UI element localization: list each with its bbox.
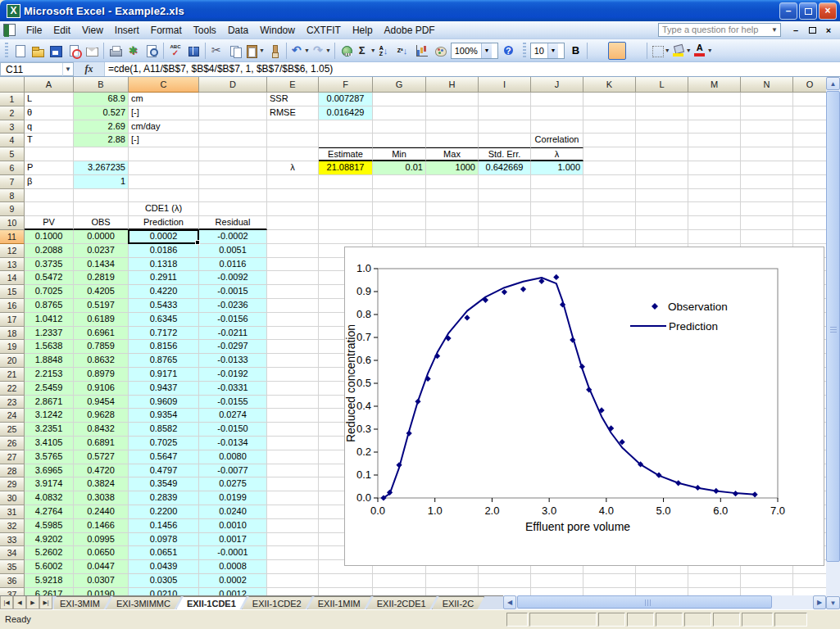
cell-G3[interactable] bbox=[373, 120, 426, 134]
cell-A12[interactable]: 0.2088 bbox=[25, 244, 74, 258]
cell-C6[interactable] bbox=[129, 161, 199, 175]
cell-J2[interactable] bbox=[531, 106, 583, 120]
next-sheet-button[interactable]: ▶ bbox=[26, 596, 39, 609]
cell-I8[interactable] bbox=[479, 189, 531, 203]
sort-desc-button[interactable] bbox=[395, 42, 413, 60]
cell-E21[interactable] bbox=[267, 368, 319, 382]
cell-A28[interactable]: 3.6965 bbox=[25, 464, 74, 478]
cell-B6[interactable]: 3.267235 bbox=[74, 161, 129, 175]
cell-B3[interactable]: 2.69 bbox=[74, 120, 129, 134]
autosum-button[interactable]: ▼ bbox=[356, 42, 377, 60]
cell-C19[interactable]: 0.8156 bbox=[129, 340, 199, 354]
cell-A16[interactable]: 0.8765 bbox=[25, 299, 74, 313]
cell-E29[interactable] bbox=[267, 477, 319, 491]
cell-A37[interactable]: 6.2617 bbox=[25, 588, 74, 595]
cell-J1[interactable] bbox=[531, 93, 583, 106]
cell-C9[interactable]: CDE1 (λ) bbox=[129, 202, 199, 216]
cell-J8[interactable] bbox=[531, 189, 583, 203]
cell-C25[interactable]: 0.8582 bbox=[129, 423, 199, 437]
cell-A5[interactable] bbox=[25, 147, 74, 161]
cell-O9[interactable] bbox=[793, 202, 826, 216]
formula-input[interactable]: =cde(1, A11/$B$7, $B$4/$B$7, 1, $B$7/$B$… bbox=[105, 62, 840, 76]
window-minimize-button[interactable]: – bbox=[779, 2, 797, 20]
cell-A22[interactable]: 2.5459 bbox=[25, 382, 74, 396]
chevron-down-icon[interactable]: ▼ bbox=[62, 63, 73, 76]
cell-E3[interactable] bbox=[267, 120, 319, 134]
menu-tools[interactable]: Tools bbox=[188, 22, 222, 38]
window-restore-button[interactable] bbox=[799, 2, 817, 20]
cell-C2[interactable]: [-] bbox=[129, 106, 199, 120]
sheet-tab-exii-2c[interactable]: EXII-2C bbox=[432, 596, 485, 609]
row-header-6[interactable]: 6 bbox=[0, 161, 25, 175]
cell-H8[interactable] bbox=[426, 189, 479, 203]
cell-K37[interactable] bbox=[583, 588, 636, 595]
cell-N11[interactable] bbox=[741, 230, 793, 244]
cell-K6[interactable] bbox=[583, 161, 636, 175]
cell-F8[interactable] bbox=[319, 189, 373, 203]
cell-A31[interactable]: 4.2764 bbox=[25, 505, 74, 519]
scroll-up-button[interactable]: ▲ bbox=[826, 77, 840, 90]
cell-M37[interactable] bbox=[688, 588, 741, 595]
menu-window[interactable]: Window bbox=[254, 22, 301, 38]
cell-C22[interactable]: 0.9437 bbox=[129, 382, 199, 396]
cell-C26[interactable]: 0.7025 bbox=[129, 437, 199, 450]
cell-C16[interactable]: 0.5433 bbox=[129, 299, 199, 313]
cell-K4[interactable] bbox=[583, 133, 636, 147]
redo-button[interactable]: ▼ bbox=[311, 42, 332, 60]
row-header-11[interactable]: 11 bbox=[0, 230, 25, 244]
cell-C32[interactable]: 0.1456 bbox=[129, 519, 199, 533]
cell-I10[interactable] bbox=[479, 216, 531, 230]
menu-file[interactable]: File bbox=[20, 22, 48, 38]
cell-D1[interactable] bbox=[199, 93, 267, 106]
cell-M7[interactable] bbox=[688, 175, 741, 189]
cell-B34[interactable]: 0.0650 bbox=[74, 546, 129, 560]
row-header-24[interactable]: 24 bbox=[0, 409, 25, 423]
cell-C20[interactable]: 0.8765 bbox=[129, 354, 199, 368]
menu-data[interactable]: Data bbox=[222, 22, 254, 38]
row-header-36[interactable]: 36 bbox=[0, 574, 25, 588]
cell-K9[interactable] bbox=[583, 202, 636, 216]
cell-B11[interactable]: 0.0000 bbox=[74, 230, 129, 244]
cell-B2[interactable]: 0.527 bbox=[74, 106, 129, 120]
cell-B13[interactable]: 0.1434 bbox=[74, 258, 129, 272]
cell-K2[interactable] bbox=[583, 106, 636, 120]
align-center-button[interactable] bbox=[608, 42, 626, 60]
cell-D30[interactable]: 0.0199 bbox=[199, 491, 267, 505]
permission-button[interactable] bbox=[65, 42, 83, 60]
cell-C7[interactable] bbox=[129, 175, 199, 189]
cell-C4[interactable]: [-] bbox=[129, 133, 199, 147]
cell-I36[interactable] bbox=[479, 574, 531, 588]
cell-C3[interactable]: cm/day bbox=[129, 120, 199, 134]
cell-A3[interactable]: q bbox=[25, 120, 74, 134]
cell-C23[interactable]: 0.9609 bbox=[129, 396, 199, 410]
menu-format[interactable]: Format bbox=[145, 22, 188, 38]
cell-D26[interactable]: -0.0134 bbox=[199, 437, 267, 450]
cell-B33[interactable]: 0.0995 bbox=[74, 533, 129, 547]
cell-E33[interactable] bbox=[267, 533, 319, 547]
cell-C1[interactable]: cm bbox=[129, 93, 199, 106]
format-painter-button[interactable] bbox=[266, 42, 284, 60]
sheet-tab-exii-1mim[interactable]: EXII-1MIM bbox=[307, 596, 371, 609]
select-all-corner[interactable] bbox=[0, 77, 25, 93]
cell-F10[interactable] bbox=[319, 216, 373, 230]
cell-A21[interactable]: 2.2153 bbox=[25, 368, 74, 382]
sheet-tab-exi-3mim[interactable]: EXI-3MIM bbox=[54, 596, 111, 609]
cell-A35[interactable]: 5.6002 bbox=[25, 560, 74, 574]
cell-C12[interactable]: 0.0186 bbox=[129, 244, 199, 258]
cell-B12[interactable]: 0.0237 bbox=[74, 244, 129, 258]
column-header-N[interactable]: N bbox=[741, 77, 793, 93]
row-header-7[interactable]: 7 bbox=[0, 175, 25, 189]
cell-E14[interactable] bbox=[267, 271, 319, 285]
cell-A24[interactable]: 3.1242 bbox=[25, 409, 74, 423]
cell-L36[interactable] bbox=[636, 574, 688, 588]
column-header-H[interactable]: H bbox=[426, 77, 479, 93]
cell-M9[interactable] bbox=[688, 202, 741, 216]
cell-M2[interactable] bbox=[688, 106, 741, 120]
cell-G8[interactable] bbox=[373, 189, 426, 203]
cell-G6[interactable]: 0.01 bbox=[373, 161, 426, 175]
cell-D5[interactable] bbox=[199, 147, 267, 161]
cell-M10[interactable] bbox=[688, 216, 741, 230]
column-header-E[interactable]: E bbox=[267, 77, 319, 93]
cell-C17[interactable]: 0.6345 bbox=[129, 313, 199, 327]
cell-M36[interactable] bbox=[688, 574, 741, 588]
